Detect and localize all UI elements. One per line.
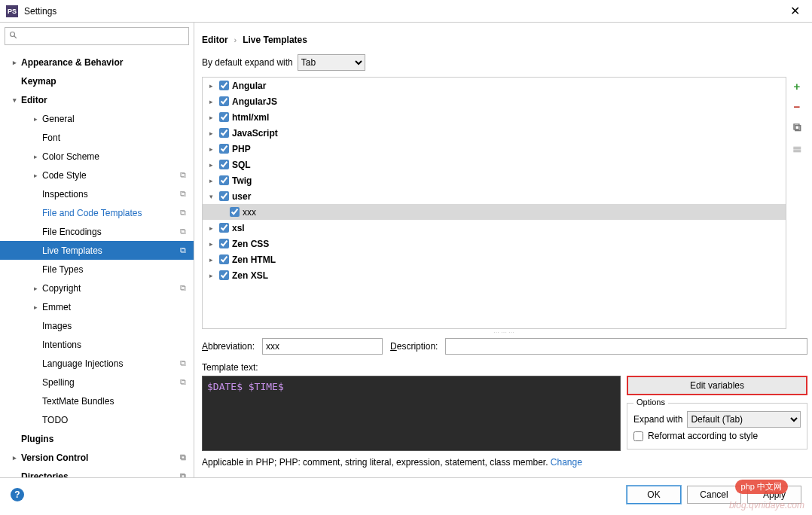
sidebar-item-plugins[interactable]: Plugins — [0, 429, 194, 448]
template-groups-tree[interactable]: ▸Angular▸AngularJS▸html/xml▸JavaScript▸P… — [202, 77, 786, 329]
app-icon: PS — [6, 5, 18, 17]
template-xxx[interactable]: xxx — [203, 204, 786, 220]
sidebar-item-spelling[interactable]: Spelling⧉ — [0, 373, 194, 392]
group-checkbox[interactable] — [219, 191, 229, 201]
scope-icon: ⧉ — [180, 453, 186, 462]
group-angular[interactable]: ▸Angular — [203, 78, 786, 93]
sidebar-item-images[interactable]: Images — [0, 316, 194, 335]
edit-variables-button[interactable]: Edit variables — [627, 376, 807, 395]
sidebar-item-language-injections[interactable]: Language Injections⧉ — [0, 354, 194, 373]
add-icon[interactable]: + — [794, 80, 801, 93]
duplicate-icon[interactable]: ⧉ — [793, 120, 801, 134]
description-input[interactable] — [445, 338, 807, 355]
description-label: Description: — [390, 341, 438, 352]
group-sql[interactable]: ▸SQL — [203, 157, 786, 172]
chevron-right-icon: ▸ — [206, 256, 216, 264]
group-user[interactable]: ▾user — [203, 188, 786, 204]
group-zen-xsl[interactable]: ▸Zen XSL — [203, 267, 786, 283]
group-html-xml[interactable]: ▸html/xml — [203, 109, 786, 125]
abbreviation-input[interactable] — [262, 338, 383, 355]
group-twig[interactable]: ▸Twig — [203, 172, 786, 188]
expand-with-select[interactable]: Default (Tab) — [687, 411, 801, 428]
chevron-right-icon: ▸ — [9, 59, 20, 66]
group-zen-html[interactable]: ▸Zen HTML — [203, 251, 786, 267]
content-pane: Editor › Live Templates By default expan… — [194, 23, 812, 477]
settings-tree[interactable]: ▸Appearance & BehaviorKeymap▾Editor▸Gene… — [0, 50, 194, 477]
group-checkbox[interactable] — [219, 270, 229, 280]
php-badge: php 中文网 — [735, 480, 788, 494]
sidebar-item-copyright[interactable]: ▸Copyright⧉ — [0, 279, 194, 297]
group-checkbox[interactable] — [219, 254, 229, 264]
group-checkbox[interactable] — [219, 144, 229, 154]
titlebar: PS Settings ✕ — [0, 0, 812, 23]
sidebar-item-file-encodings[interactable]: File Encodings⧉ — [0, 222, 194, 241]
sidebar-item-textmate-bundles[interactable]: TextMate Bundles — [0, 392, 194, 410]
sidebar-item-appearance-behavior[interactable]: ▸Appearance & Behavior — [0, 53, 194, 72]
scope-icon: ⧉ — [180, 245, 186, 255]
sidebar-item-intentions[interactable]: Intentions — [0, 335, 194, 354]
chevron-down-icon: ▾ — [9, 96, 20, 104]
group-php[interactable]: ▸PHP — [203, 141, 786, 157]
chevron-right-icon: ▸ — [206, 240, 216, 248]
search-icon — [9, 31, 18, 40]
group-checkbox[interactable] — [219, 223, 229, 233]
sidebar-item-editor[interactable]: ▾Editor — [0, 90, 194, 109]
ok-button[interactable]: OK — [627, 486, 681, 504]
chevron-down-icon: ▾ — [206, 193, 216, 200]
sidebar-item-todo[interactable]: TODO — [0, 410, 194, 429]
sidebar-item-emmet[interactable]: ▸Emmet — [0, 297, 194, 316]
sidebar: ▸Appearance & BehaviorKeymap▾Editor▸Gene… — [0, 23, 194, 477]
scope-icon: ⧉ — [180, 471, 186, 477]
chevron-right-icon: ▸ — [206, 145, 216, 153]
reformat-checkbox[interactable] — [633, 431, 643, 441]
scope-icon: ⧉ — [180, 208, 186, 218]
group-javascript[interactable]: ▸JavaScript — [203, 125, 786, 141]
chevron-right-icon: ▸ — [206, 130, 216, 137]
default-expand-select[interactable]: Tab — [298, 54, 365, 71]
chevron-right-icon: ▸ — [30, 172, 41, 179]
close-icon[interactable]: ✕ — [784, 1, 806, 21]
change-context-link[interactable]: Change — [551, 457, 582, 468]
chevron-right-icon: ▸ — [30, 115, 41, 123]
sidebar-item-live-templates[interactable]: Live Templates⧉ — [0, 241, 194, 260]
sidebar-item-general[interactable]: ▸General — [0, 109, 194, 128]
chevron-right-icon: ▸ — [206, 114, 216, 121]
group-checkbox[interactable] — [219, 175, 229, 185]
search-input[interactable] — [5, 27, 189, 45]
group-angularjs[interactable]: ▸AngularJS — [203, 93, 786, 109]
template-checkbox[interactable] — [230, 207, 240, 217]
group-checkbox[interactable] — [219, 128, 229, 138]
chevron-right-icon: ▸ — [206, 161, 216, 169]
svg-point-0 — [11, 32, 15, 37]
sidebar-item-file-and-code-templates[interactable]: File and Code Templates⧉ — [0, 203, 194, 222]
remove-icon[interactable]: − — [794, 100, 801, 113]
group-checkbox[interactable] — [219, 96, 229, 106]
bottom-bar: ? OK Cancel Apply — [0, 477, 812, 510]
template-text-editor[interactable]: $DATE$ $TIME$ — [202, 376, 621, 451]
chevron-right-icon: ▸ — [206, 224, 216, 232]
group-checkbox[interactable] — [219, 81, 229, 90]
sidebar-item-keymap[interactable]: Keymap — [0, 72, 194, 90]
sidebar-item-directories[interactable]: Directories⧉ — [0, 467, 194, 477]
sidebar-item-color-scheme[interactable]: ▸Color Scheme — [0, 147, 194, 166]
group-checkbox[interactable] — [219, 112, 229, 122]
group-xsl[interactable]: ▸xsl — [203, 220, 786, 236]
window-title: Settings — [24, 6, 784, 17]
sidebar-item-code-style[interactable]: ▸Code Style⧉ — [0, 166, 194, 184]
group-zen-css[interactable]: ▸Zen CSS — [203, 236, 786, 251]
sidebar-item-inspections[interactable]: Inspections⧉ — [0, 184, 194, 203]
abbreviation-label: AAbbreviation:bbreviation: — [202, 341, 255, 352]
group-checkbox[interactable] — [219, 160, 229, 169]
sidebar-item-font[interactable]: Font — [0, 128, 194, 147]
chevron-right-icon: ▸ — [206, 272, 216, 279]
watermark: blog.qvnidaye.com — [729, 500, 804, 510]
group-checkbox[interactable] — [219, 239, 229, 248]
help-icon[interactable]: ? — [11, 488, 24, 501]
chevron-right-icon: ▸ — [206, 98, 216, 105]
reformat-label: Reformat according to style — [648, 431, 758, 441]
sidebar-item-file-types[interactable]: File Types — [0, 260, 194, 279]
chevron-right-icon: ▸ — [206, 177, 216, 184]
scope-icon: ⧉ — [180, 283, 186, 293]
sidebar-item-version-control[interactable]: ▸Version Control⧉ — [0, 448, 194, 467]
resize-grip[interactable]: ⋯⋯⋯ — [202, 329, 807, 334]
